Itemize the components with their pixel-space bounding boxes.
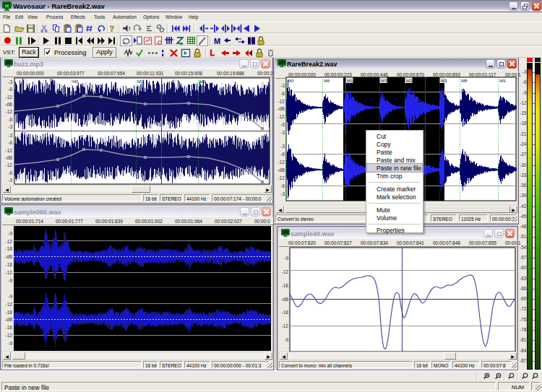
svg-text:-33: -33 <box>520 173 527 178</box>
svg-text:-24: -24 <box>520 141 527 147</box>
svg-text:M0: M0 <box>288 79 294 83</box>
svg-text:-18: -18 <box>520 121 527 126</box>
svg-text:-84: -84 <box>520 348 527 353</box>
svg-text:-39: -39 <box>520 193 527 198</box>
svg-text:M2: M2 <box>199 79 206 84</box>
svg-text:-9: -9 <box>522 90 527 95</box>
svg-text:M2: M2 <box>406 79 413 83</box>
svg-text:-69: -69 <box>520 296 527 301</box>
svg-text:-81: -81 <box>520 337 527 342</box>
svg-text:-72: -72 <box>520 306 527 311</box>
svg-text:M1: M1 <box>137 79 144 84</box>
svg-text:M3: M3 <box>441 79 447 83</box>
svg-text:M1: M1 <box>347 79 353 83</box>
svg-text:-36: -36 <box>520 183 527 188</box>
svg-text:-12: -12 <box>520 100 527 105</box>
svg-text:-57: -57 <box>520 255 527 260</box>
svg-text:M: M <box>214 37 220 45</box>
svg-text:-30: -30 <box>520 162 527 167</box>
svg-text:M6: M6 <box>324 79 330 83</box>
svg-text:?: ? <box>110 23 115 34</box>
svg-text:W: W <box>5 4 9 8</box>
svg-text:-15: -15 <box>520 110 527 116</box>
svg-text:M9: M9 <box>499 79 506 83</box>
svg-text:-63: -63 <box>520 276 527 281</box>
svg-text:-60: -60 <box>520 265 527 270</box>
svg-text:-6: -6 <box>522 79 527 84</box>
svg-text:-87: -87 <box>520 358 527 363</box>
svg-text:-27: -27 <box>520 152 527 157</box>
svg-text:-48: -48 <box>520 224 527 229</box>
svg-text:-66: -66 <box>520 286 527 291</box>
svg-text:-45: -45 <box>520 214 527 219</box>
svg-text:-3: -3 <box>522 69 527 74</box>
svg-text:-75: -75 <box>520 317 527 322</box>
svg-text:M8: M8 <box>461 79 468 83</box>
svg-text:-42: -42 <box>520 204 527 209</box>
svg-text:-51: -51 <box>520 234 527 239</box>
svg-text:-78: -78 <box>520 327 527 332</box>
svg-text:M0: M0 <box>72 79 79 84</box>
svg-text:-21: -21 <box>520 131 527 136</box>
svg-text:-54: -54 <box>520 245 527 250</box>
svg-text:M7: M7 <box>381 79 387 83</box>
